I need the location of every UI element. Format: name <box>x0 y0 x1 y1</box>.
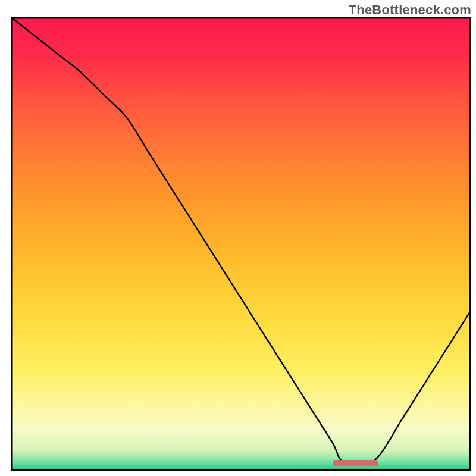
chart-root: { "watermark": "TheBottleneck.com", "cha… <box>0 0 476 476</box>
bottleneck-chart <box>0 0 476 476</box>
plot-background <box>12 18 470 470</box>
optimum-marker <box>333 460 378 466</box>
